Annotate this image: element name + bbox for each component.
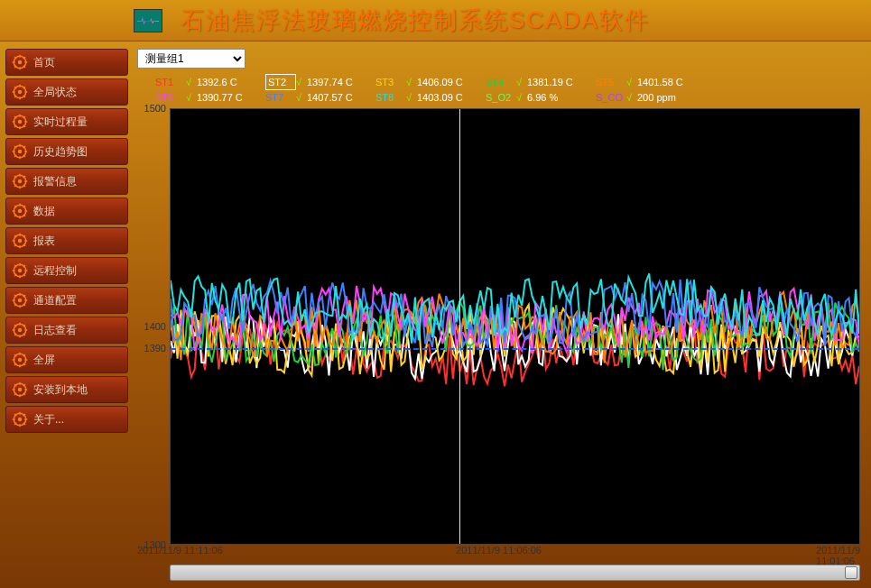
gear-icon: [12, 143, 28, 160]
sidebar-item-5[interactable]: 数据: [5, 198, 128, 225]
sidebar-item-0[interactable]: 首页: [5, 49, 128, 76]
gear-icon: [12, 381, 28, 398]
measure-group-select[interactable]: 测量组1: [137, 49, 246, 69]
sidebar-item-11[interactable]: 安装到本地: [5, 376, 128, 403]
check-icon: √: [296, 75, 307, 89]
nav-label: 远程控制: [33, 263, 77, 279]
nav-label: 通道配置: [33, 293, 77, 308]
check-icon: √: [406, 90, 417, 105]
sidebar-item-8[interactable]: 通道配置: [5, 287, 128, 314]
legend-series-value: 200 ppm: [637, 90, 700, 105]
nav-label: 数据: [33, 204, 55, 219]
gear-icon: [12, 54, 28, 70]
sidebar-item-7[interactable]: 远程控制: [5, 257, 128, 284]
svg-point-11: [18, 209, 23, 214]
svg-point-5: [18, 120, 23, 124]
check-icon: √: [516, 75, 527, 89]
sidebar-item-2[interactable]: 实时过程量: [5, 108, 128, 135]
legend-series-value: 1397.74 C: [307, 75, 370, 89]
check-icon: √: [626, 90, 637, 105]
gear-icon: [12, 262, 28, 279]
nav-label: 全局状态: [33, 85, 77, 100]
scrollbar-thumb[interactable]: [845, 566, 857, 579]
legend-series-value: 1392.6 C: [197, 75, 260, 89]
svg-point-13: [18, 239, 23, 243]
toolbar: 测量组1: [137, 49, 860, 69]
legend-series-name[interactable]: ST4: [486, 75, 516, 89]
gear-icon: [12, 292, 28, 308]
legend-row-2: ST6√1390.77 CST7√1407.57 CST8√1403.09 CS…: [155, 90, 860, 105]
check-icon: √: [296, 90, 307, 105]
svg-point-7: [18, 150, 23, 154]
legend-series-name[interactable]: ST3: [375, 75, 406, 89]
main-panel: 测量组1 ST1√1392.6 CST2√1397.74 CST3√1406.0…: [134, 41, 871, 588]
legend-series-name[interactable]: ST8: [375, 90, 406, 105]
sidebar-item-9[interactable]: 日志查看: [5, 317, 128, 344]
legend-series-value: 6.96 %: [527, 90, 590, 105]
app-logo-icon: [134, 9, 162, 32]
svg-point-1: [18, 60, 23, 65]
legend-series-value: 1403.09 C: [417, 90, 480, 105]
sidebar-item-12[interactable]: 关于...: [5, 406, 128, 433]
svg-point-23: [18, 388, 23, 392]
check-icon: √: [186, 90, 197, 105]
gear-icon: [12, 173, 28, 189]
y-tick-label: 1500: [144, 103, 166, 114]
x-tick-label: 2011/11/9 11:01:06: [816, 545, 860, 566]
legend-series-name[interactable]: ST1: [155, 75, 186, 89]
check-icon: √: [406, 75, 417, 89]
gear-icon: [12, 411, 28, 427]
svg-point-9: [18, 179, 23, 184]
x-tick-label: 2011/11/9 11:06:06: [456, 545, 542, 556]
gear-icon: [12, 203, 28, 219]
legend-series-name[interactable]: S_O2: [486, 90, 516, 105]
legend-series-value: 1401.58 C: [637, 75, 700, 89]
legend-series-name[interactable]: S_CO: [596, 90, 626, 105]
nav-label: 安装到本地: [33, 382, 88, 398]
x-axis: 2011/11/9 11:11:062011/11/9 11:06:062011…: [137, 545, 860, 561]
time-cursor-line[interactable]: [459, 109, 460, 544]
legend-series-value: 1381.19 C: [527, 75, 590, 89]
legend-series-value: 1390.77 C: [197, 90, 260, 105]
nav-label: 报表: [33, 234, 55, 249]
svg-point-21: [18, 358, 23, 363]
sidebar-item-10[interactable]: 全屏: [5, 346, 128, 373]
sidebar-item-3[interactable]: 历史趋势图: [5, 138, 128, 165]
legend-series-value: 1406.09 C: [417, 75, 480, 89]
legend-series-value: 1407.57 C: [307, 90, 370, 105]
check-icon: √: [516, 90, 527, 105]
x-tick-label: 2011/11/9 11:11:06: [137, 545, 223, 556]
nav-label: 首页: [33, 55, 55, 70]
svg-point-19: [18, 328, 23, 333]
sidebar-item-1[interactable]: 全局状态: [5, 78, 128, 106]
nav-label: 实时过程量: [33, 115, 88, 130]
svg-point-25: [18, 418, 23, 422]
y-tick-label: 1400: [144, 321, 166, 332]
gear-icon: [12, 233, 28, 249]
sidebar-item-6[interactable]: 报表: [5, 227, 128, 254]
svg-point-3: [18, 90, 23, 95]
legend-series-name[interactable]: ST7: [265, 90, 296, 105]
main-container: 首页全局状态实时过程量历史趋势图报警信息数据报表远程控制通道配置日志查看全屏安装…: [0, 41, 871, 588]
nav-label: 报警信息: [33, 174, 77, 189]
svg-point-15: [18, 269, 23, 273]
time-scrollbar[interactable]: [170, 565, 860, 581]
svg-point-17: [18, 299, 23, 303]
y-axis: 1300139014001500: [137, 108, 170, 545]
legend-series-name[interactable]: ST5: [596, 75, 626, 89]
gear-icon: [12, 322, 28, 338]
y-tick-label: 1390: [144, 343, 166, 354]
chart-area: 1300139014001500: [137, 108, 860, 545]
reference-dash-line: [171, 348, 859, 350]
legend-series-name[interactable]: ST2: [265, 74, 296, 90]
check-icon: √: [626, 75, 637, 89]
nav-label: 关于...: [33, 412, 64, 427]
sidebar-item-4[interactable]: 报警信息: [5, 168, 128, 195]
app-header: 石油焦浮法玻璃燃烧控制系统SCADA软件: [0, 0, 871, 41]
trend-plot[interactable]: [170, 108, 860, 545]
sidebar-nav: 首页全局状态实时过程量历史趋势图报警信息数据报表远程控制通道配置日志查看全屏安装…: [0, 41, 134, 588]
legend: ST1√1392.6 CST2√1397.74 CST3√1406.09 CST…: [137, 74, 860, 105]
legend-row-1: ST1√1392.6 CST2√1397.74 CST3√1406.09 CST…: [155, 74, 860, 90]
gear-icon: [12, 352, 28, 368]
gear-icon: [12, 114, 28, 130]
